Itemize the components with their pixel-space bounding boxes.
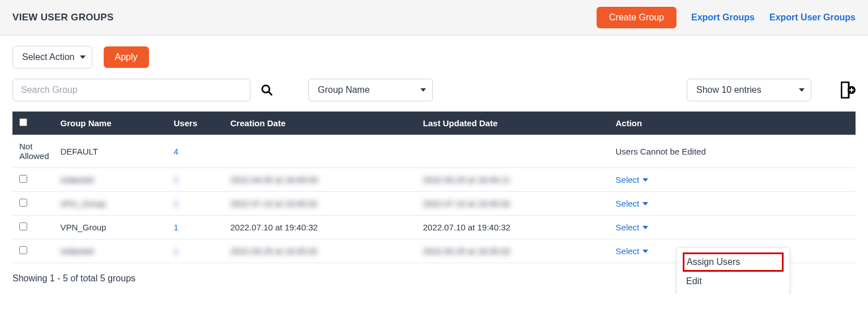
cell-last-updated: 2022.05.25 at 18:35:32 [418,239,610,263]
cell-last-updated [418,135,610,168]
cell-creation-date: 2022.04.05 at 18:49:03 [225,168,418,192]
table-row: vPm_Group12022.07.10 at 19:40:322022.07.… [12,192,856,216]
add-column-icon[interactable] [841,82,856,98]
row-action-select[interactable]: Select [616,175,649,185]
table-row: VPN_Group12022.07.10 at 19:40:322022.07.… [12,216,856,239]
caret-down-icon [643,178,648,182]
cell-group-name: redacted [55,168,168,192]
caret-down-icon [643,202,648,205]
groups-table: Group Name Users Creation Date Last Upda… [12,112,856,263]
search-icon[interactable] [261,84,273,96]
column-users: Users [168,112,225,135]
svg-line-1 [269,92,272,95]
cell-creation-date: 2022.07.10 at 19:40:32 [225,216,418,239]
cell-last-updated: 2022.05.25 at 18:49:11 [418,168,610,192]
column-creation-date: Creation Date [225,112,418,135]
row-action-label: Select [616,222,640,232]
row-checkbox[interactable] [19,222,27,230]
search-input[interactable] [12,79,250,101]
cell-last-updated: 2022.07.10 at 19:40:32 [418,192,610,216]
cell-group-name: DEFAULT [55,135,168,168]
table-row: Not AllowedDEFAULT4Users Cannot be Edite… [12,135,856,168]
row-action-label: Select [616,199,640,208]
row-checkbox[interactable] [19,246,27,254]
menu-edit[interactable]: Edit [683,272,784,291]
caret-down-icon [643,250,648,253]
column-last-updated: Last Updated Date [418,112,610,135]
cell-group-name: redacted [55,239,168,263]
action-dropdown: Assign Users Edit Delete Download Member… [676,247,790,294]
row-action-label: Select [616,175,640,185]
cell-creation-date: 2022.05.25 at 18:35:32 [225,239,418,263]
row-action-select[interactable]: Select [616,246,649,256]
row-action-select[interactable]: Select [616,222,649,232]
page-size-select[interactable]: Show 10 entries [687,79,811,101]
bulk-action-select[interactable]: Select Action [12,46,92,68]
export-groups-link[interactable]: Export Groups [691,12,755,23]
users-count-link[interactable]: 1 [174,222,178,232]
export-user-groups-link[interactable]: Export User Groups [769,12,856,23]
menu-delete[interactable]: Delete [683,291,784,294]
table-row: redacted12022.04.05 at 18:49:032022.05.2… [12,168,856,192]
users-count-link[interactable]: 1 [174,175,178,185]
cell-action-static: Users Cannot be Edited [610,135,856,168]
cell-group-name: vPm_Group [55,192,168,216]
row-checkbox[interactable] [19,199,27,207]
cell-group-name: VPN_Group [55,216,168,239]
page-title: VIEW USER GROUPS [12,12,114,23]
select-all-checkbox[interactable] [19,118,27,126]
column-action: Action [610,112,856,135]
filter-by-select[interactable]: Group Name [308,79,433,101]
users-count-link[interactable]: 1 [174,246,178,256]
row-checkbox[interactable] [19,175,27,183]
svg-point-0 [262,85,270,93]
row-action-select[interactable]: Select [616,199,649,208]
row-action-label: Select [616,246,640,256]
apply-button[interactable]: Apply [104,46,149,68]
create-group-button[interactable]: Create Group [597,7,676,28]
users-count-link[interactable]: 1 [174,199,178,208]
cell-creation-date [225,135,418,168]
not-allowed-label: Not Allowed [12,135,55,168]
users-count-link[interactable]: 4 [174,147,178,156]
cell-creation-date: 2022.07.10 at 19:40:32 [225,192,418,216]
caret-down-icon [643,226,648,229]
menu-assign-users[interactable]: Assign Users [683,252,784,272]
column-group-name: Group Name [55,112,168,135]
cell-last-updated: 2022.07.10 at 19:40:32 [418,216,610,239]
